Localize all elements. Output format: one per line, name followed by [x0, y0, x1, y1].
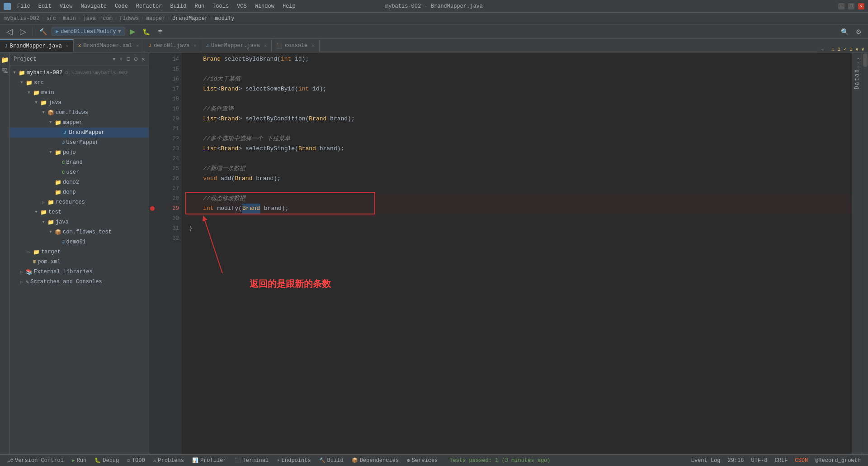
tabs-more-button[interactable]: … — [817, 45, 828, 52]
database-tab-label[interactable]: Datab... — [854, 52, 860, 93]
run-config-selector[interactable]: ▶ demo01.testModify ▼ — [52, 27, 125, 36]
tab-console[interactable]: ⬛ console ✕ — [272, 39, 319, 52]
breadcrumb-part-3[interactable]: java — [83, 15, 96, 22]
tree-item-target[interactable]: ▷ 📁 target — [10, 247, 149, 257]
status-version-control[interactable]: ⎇ Version Control — [4, 455, 67, 466]
tab-close-usermapper[interactable]: ✕ — [264, 43, 267, 48]
tab-close-brandmapper[interactable]: ✕ — [66, 43, 69, 49]
breadcrumb-part-8[interactable]: modify — [215, 15, 234, 22]
menu-vcs[interactable]: VCS — [233, 2, 250, 10]
tree-item-pojo[interactable]: ▼ 📁 pojo — [10, 147, 149, 157]
tab-demo01[interactable]: J demo01.java ✕ — [144, 39, 202, 52]
dependencies-icon: 📦 — [352, 457, 358, 463]
tree-item-user[interactable]: C user — [10, 167, 149, 177]
line-num-30: 30 — [149, 214, 182, 223]
right-scrollbar[interactable] — [862, 52, 868, 454]
tree-item-resources[interactable]: ▷ 📁 resources — [10, 197, 149, 207]
status-line-sep[interactable]: CRLF — [771, 455, 792, 466]
menu-run[interactable]: Run — [191, 2, 208, 10]
back-button[interactable]: ◁ — [4, 26, 15, 38]
search-everywhere-button[interactable]: 🔍 — [838, 27, 851, 36]
scrollbar-thumb[interactable] — [863, 53, 868, 67]
tree-item-demo2[interactable]: 📁 demo2 — [10, 177, 149, 187]
close-button[interactable]: ✕ — [858, 3, 864, 10]
status-encoding[interactable]: UTF-8 — [748, 455, 771, 466]
tree-item-test[interactable]: ▼ 📁 test — [10, 207, 149, 217]
tab-close-console[interactable]: ✕ — [311, 43, 314, 48]
status-profiler[interactable]: 📊 Profiler — [189, 455, 230, 466]
tree-item-demo01[interactable]: J demo01 — [10, 237, 149, 247]
menu-window[interactable]: Window — [251, 2, 278, 10]
tab-brandmapper-java[interactable]: J BrandMapper.java ✕ — [0, 39, 74, 52]
status-problems[interactable]: ⚠ Problems — [150, 455, 188, 466]
breadcrumb-part-5[interactable]: fldwws — [119, 15, 139, 22]
left-icon-structure[interactable]: 🏗 — [2, 67, 8, 75]
breadcrumb-part-2[interactable]: main — [63, 15, 76, 22]
settings-button[interactable]: ⚙ — [853, 27, 864, 36]
status-todo[interactable]: ☑ TODO — [123, 455, 148, 466]
breadcrumb-part-7[interactable]: BrandMapper — [172, 15, 208, 22]
tree-item-com-fldwws[interactable]: ▼ 📦 com.fldwws — [10, 108, 149, 118]
sidebar-collapse-btn[interactable]: ⊟ — [127, 55, 130, 63]
status-debug[interactable]: 🐛 Debug — [91, 455, 123, 466]
tree-item-mapper[interactable]: ▼ 📁 mapper — [10, 118, 149, 128]
status-record: @Record_growth — [811, 455, 864, 466]
menu-refactor[interactable]: Refactor — [132, 2, 166, 10]
menu-build[interactable]: Build — [166, 2, 190, 10]
debug-button[interactable]: 🐛 — [140, 27, 153, 36]
coverage-button[interactable]: ☂ — [155, 27, 166, 36]
status-services[interactable]: ⚙ Services — [403, 455, 441, 466]
menu-help[interactable]: Help — [279, 2, 299, 10]
breadcrumb-part-1[interactable]: src — [46, 15, 56, 22]
status-csdn[interactable]: CSDN — [791, 455, 811, 466]
tab-close-brandmapper-xml[interactable]: ✕ — [137, 43, 139, 48]
menu-edit[interactable]: Edit — [35, 2, 55, 10]
breadcrumb-part-0[interactable]: mybatis-002 — [4, 15, 39, 22]
menu-file[interactable]: File — [14, 2, 34, 10]
tree-item-brand[interactable]: C Brand — [10, 157, 149, 167]
tree-item-java-main[interactable]: ▼ 📁 java — [10, 98, 149, 108]
tree-item-main[interactable]: ▼ 📁 main — [10, 88, 149, 98]
tree-item-java-test[interactable]: ▼ 📁 java — [10, 217, 149, 227]
sidebar-locate-btn[interactable]: ⌖ — [119, 56, 123, 63]
status-position[interactable]: 29:18 — [724, 455, 748, 466]
build-button[interactable]: 🔨 — [37, 27, 50, 36]
forward-button[interactable]: ▷ — [17, 26, 29, 38]
menu-tools[interactable]: Tools — [209, 2, 232, 10]
status-endpoints[interactable]: ⚡ Endpoints — [273, 455, 314, 466]
tab-usermapper[interactable]: J UserMapper.java ✕ — [201, 39, 272, 52]
menu-view[interactable]: View — [56, 2, 76, 10]
sidebar-dropdown-btn[interactable]: ▼ — [113, 57, 116, 62]
sidebar-settings-btn[interactable]: ⚙ — [134, 55, 137, 63]
code-content[interactable]: Brand selectByIdBrand(int id); //id大于某值 … — [182, 52, 862, 454]
status-run[interactable]: ▶ Run — [68, 455, 90, 466]
menu-navigate[interactable]: Navigate — [77, 2, 110, 10]
breadcrumb-part-6[interactable]: mapper — [146, 15, 165, 22]
status-event-log[interactable]: Event Log — [688, 455, 724, 466]
menu-code[interactable]: Code — [111, 2, 132, 10]
tree-item-brandmapper[interactable]: J BrandMapper — [10, 128, 149, 138]
run-button[interactable]: ▶ — [127, 26, 138, 37]
sidebar-close-btn[interactable]: ✕ — [142, 55, 145, 63]
tab-close-demo01[interactable]: ✕ — [193, 43, 196, 48]
tree-item-external-libs[interactable]: ▷ 📚 External Libraries — [10, 267, 149, 277]
tree-item-pom-xml[interactable]: m pom.xml — [10, 257, 149, 267]
minimize-button[interactable]: — — [838, 3, 844, 10]
tree-item-demp[interactable]: 📁 demp — [10, 187, 149, 197]
left-icon-project[interactable]: 📁 — [1, 56, 9, 64]
tree-item-com-fldwws-test[interactable]: ▼ 📦 com.fldwws.test — [10, 227, 149, 237]
line-num-27: 27 — [149, 184, 182, 194]
status-dependencies[interactable]: 📦 Dependencies — [348, 455, 402, 466]
status-terminal[interactable]: ⬛ Terminal — [231, 455, 273, 466]
maximize-button[interactable]: □ — [848, 3, 854, 10]
tab-brandmapper-xml[interactable]: x BrandMapper.xml ✕ — [74, 39, 144, 52]
tree-item-usermapper[interactable]: J UserMapper — [10, 138, 149, 147]
breadcrumb-part-4[interactable]: com — [103, 15, 113, 22]
java-icon-brandmapper: J — [62, 129, 68, 136]
tree-item-scratches[interactable]: ▷ ✎ Scratches and Consoles — [10, 277, 149, 287]
line-num-25: 25 — [149, 164, 182, 174]
tree-item-src[interactable]: ▼ 📁 src — [10, 78, 149, 88]
status-build[interactable]: 🔨 Build — [316, 455, 347, 466]
status-vc-label: Version Control — [15, 457, 64, 464]
tree-item-mybatis-002[interactable]: ▼ 📁 mybatis-002 D:\Java01\mybatis-002 — [10, 68, 149, 78]
